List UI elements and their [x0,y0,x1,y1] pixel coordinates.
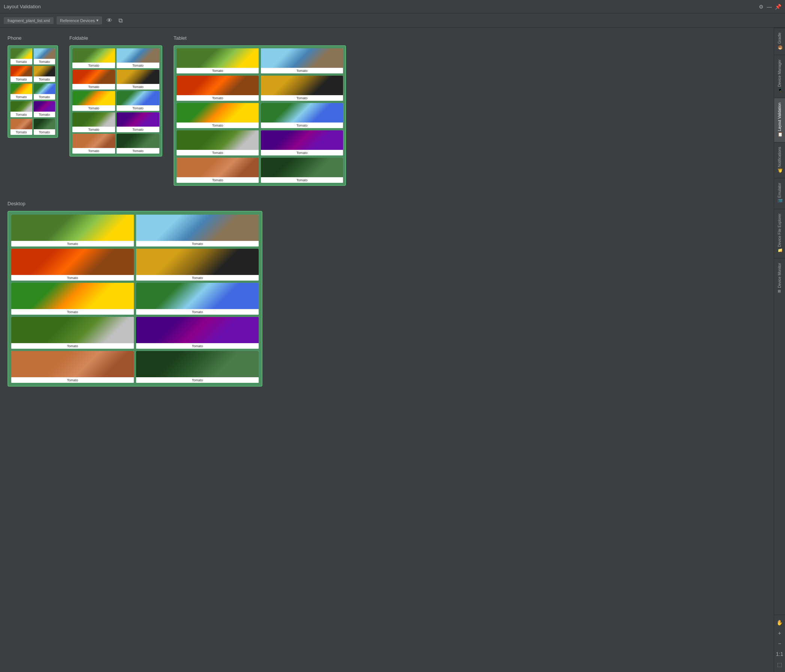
tablet-section: Tablet TomatoTomatoTomatoTomatoTomatoTom… [174,35,346,186]
settings-icon[interactable]: ⚙ [759,4,764,10]
item-image [177,158,259,177]
item-text: Tomato [136,309,259,315]
item-text: Tomato [177,177,259,183]
foldable-label: Foldable [69,35,162,41]
list-item: Tomato [11,84,32,100]
ratio-button[interactable]: 1:1 [775,650,784,658]
item-text: Tomato [136,343,259,349]
sidebar-tab-device-manager[interactable]: 📱Device Manager [774,55,785,98]
list-item: Tomato [136,351,259,383]
item-image [72,70,115,84]
desktop-section: Desktop TomatoTomatoTomatoTomatoTomatoTo… [8,201,263,387]
phone-label: Phone [8,35,58,41]
desktop-grid: TomatoTomatoTomatoTomatoTomatoTomatoToma… [11,215,259,383]
sidebar-tab-gradle[interactable]: 📦Gradle [774,28,785,55]
sidebar-tab-device-file-explorer[interactable]: 📁Device File Explorer [774,209,785,258]
item-text: Tomato [34,129,55,135]
item-image [34,48,55,59]
item-text: Tomato [136,241,259,246]
item-image [117,70,160,84]
list-item: Tomato [117,112,160,132]
list-item: Tomato [117,70,160,89]
item-text: Tomato [261,123,343,128]
item-image [11,101,32,112]
eye-icon[interactable]: 👁 [105,17,114,25]
item-text: Tomato [34,94,55,100]
item-image [11,119,32,129]
desktop-frame: TomatoTomatoTomatoTomatoTomatoTomatoToma… [8,211,263,387]
item-text: Tomato [261,68,343,73]
sidebar-tab-notifications[interactable]: 🔔Notifications [774,142,785,178]
zoom-in-button[interactable]: + [775,628,784,638]
sidebar-tab-label: Device Manager [777,59,782,87]
bottom-devices-row: Desktop TomatoTomatoTomatoTomatoTomatoTo… [8,201,766,387]
item-text: Tomato [11,343,134,349]
item-image [72,48,115,62]
reference-devices-dropdown[interactable]: Reference Devices ▾ [56,17,102,24]
list-item: Tomato [261,48,343,73]
sidebar-tab-layout-validation[interactable]: 📋Layout Validation [774,98,785,142]
right-sidebar: 📦Gradle📱Device Manager📋Layout Validation… [774,28,785,672]
sidebar-tab-emulator[interactable]: 📺Emulator [774,178,785,209]
minimize-icon[interactable]: — [767,4,772,10]
item-image [177,76,259,95]
item-image [261,158,343,177]
list-item: Tomato [11,66,32,82]
list-item: Tomato [261,130,343,156]
sidebar-tab-label: Layout Validation [777,103,782,131]
item-image [177,130,259,150]
pin-icon[interactable]: 📌 [775,4,781,10]
item-image [136,215,259,241]
bottom-tools: ✋+−1:1⬚ [774,615,785,672]
list-item: Tomato [72,91,115,111]
item-image [11,351,134,377]
list-item: Tomato [72,48,115,68]
item-text: Tomato [117,84,160,89]
zoom-out-button[interactable]: − [775,639,784,648]
list-item: Tomato [34,66,55,82]
foldable-grid: TomatoTomatoTomatoTomatoTomatoTomatoToma… [72,48,160,154]
item-text: Tomato [11,275,134,281]
item-image [136,283,259,309]
file-tab[interactable]: fragment_plant_list.xml [4,17,53,24]
list-item: Tomato [34,119,55,135]
item-text: Tomato [136,275,259,281]
sidebar-tab-icon: 📱 [777,89,782,93]
list-item: Tomato [11,317,134,349]
list-item: Tomato [11,283,134,315]
list-item: Tomato [136,283,259,315]
item-image [11,283,134,309]
foldable-section: Foldable TomatoTomatoTomatoTomatoTomatoT… [69,35,162,157]
sidebar-tab-icon: 📦 [777,45,782,50]
item-image [11,249,134,275]
list-item: Tomato [34,84,55,100]
dropdown-label: Reference Devices [60,18,95,23]
sidebar-tab-device-monitor[interactable]: 🖥Device Monitor [774,258,785,298]
desktop-label: Desktop [8,201,263,206]
chevron-down-icon: ▾ [96,18,99,23]
list-item: Tomato [34,101,55,117]
phone-section: Phone TomatoTomatoTomatoTomatoTomatoToma… [8,35,58,138]
frame-button[interactable]: ⬚ [775,660,784,669]
main-layout: Phone TomatoTomatoTomatoTomatoTomatoToma… [0,28,785,672]
item-text: Tomato [72,148,115,154]
hand-tool-button[interactable]: ✋ [775,618,784,627]
list-item: Tomato [117,91,160,111]
toolbar: fragment_plant_list.xml Reference Device… [0,14,785,28]
item-image [34,66,55,76]
item-text: Tomato [177,150,259,156]
item-text: Tomato [117,126,160,132]
copy-icon[interactable]: ⧉ [117,17,124,25]
item-image [11,215,134,241]
sidebar-tab-icon: 📋 [777,133,782,137]
foldable-frame: TomatoTomatoTomatoTomatoTomatoTomatoToma… [69,45,162,157]
item-image [72,112,115,126]
item-text: Tomato [261,150,343,156]
sidebar-tab-icon: 🔔 [777,168,782,173]
tablet-grid: TomatoTomatoTomatoTomatoTomatoTomatoToma… [177,48,343,183]
list-item: Tomato [261,76,343,101]
list-item: Tomato [177,130,259,156]
list-item: Tomato [136,215,259,246]
item-image [117,91,160,105]
item-text: Tomato [11,241,134,246]
